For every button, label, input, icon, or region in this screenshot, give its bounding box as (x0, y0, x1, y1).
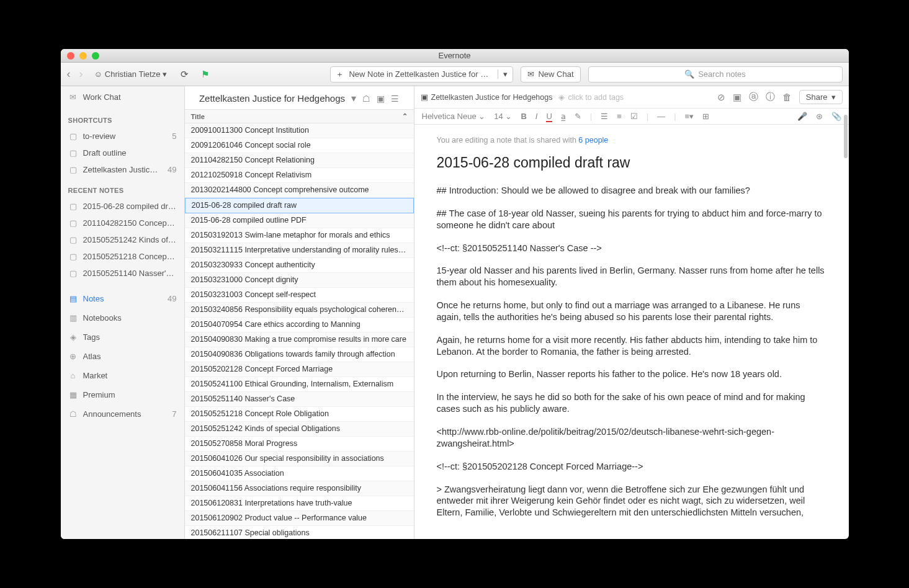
font-selector[interactable]: Helvetica Neue ⌄ (422, 112, 486, 121)
present-icon[interactable]: ▣ (377, 94, 385, 104)
sort-icon: ⌃ (402, 112, 408, 120)
sidebar-shortcut[interactable]: ▢to-review5 (61, 128, 184, 145)
view-options-icon[interactable]: ☰ (391, 94, 399, 104)
camera-icon[interactable]: ⊛ (816, 112, 823, 121)
note-paragraph[interactable]: In the interview, he says he did so both… (437, 391, 826, 415)
sidebar-shortcut[interactable]: ▢Zettelkasten Justice for…49 (61, 161, 184, 178)
note-list-row[interactable]: 2015-06-28 compiled draft raw (185, 198, 414, 213)
search-input[interactable]: 🔍 Search notes (588, 66, 843, 82)
note-list-row[interactable]: 201504090830 Making a true compromise re… (185, 332, 414, 347)
scrollbar[interactable] (844, 115, 848, 158)
note-paragraph[interactable]: Again, he returns home for a visit more … (437, 334, 826, 358)
note-list-row[interactable]: 201504070954 Care ethics according to Ma… (185, 318, 414, 332)
tags-field[interactable]: ◈ click to add tags (558, 92, 624, 102)
note-list-row[interactable]: 201505251140 Nasser's Case (185, 392, 414, 407)
present-icon[interactable]: ▣ (733, 92, 741, 103)
bullet-list-button[interactable]: ☰ (601, 112, 608, 121)
note-list-row[interactable]: 201505251242 Kinds of special Obligation… (185, 422, 414, 437)
note-paragraph[interactable]: Upon returning to Berlin, Nasser reports… (437, 368, 826, 380)
sidebar-nav-market[interactable]: ⌂Market (61, 366, 184, 385)
underline-button[interactable]: U (546, 112, 552, 121)
reminders-icon[interactable]: ☖ (362, 94, 370, 104)
sidebar-nav-atlas[interactable]: ⊕Atlas (61, 347, 184, 366)
note-paragraph[interactable]: <http://www.rbb-online.de/politik/beitra… (437, 426, 826, 450)
sidebar-nav-tags[interactable]: ◈Tags (61, 327, 184, 347)
share-button[interactable]: Share ▾ (799, 90, 843, 104)
note-list-row[interactable]: 201506211107 Special obligations (185, 526, 414, 539)
note-list-row[interactable]: 20130202144800 Concept comprehensive out… (185, 183, 414, 198)
annotate-icon[interactable]: ⓐ (749, 91, 758, 103)
sidebar-shortcut[interactable]: ▢Draft outline (61, 145, 184, 161)
note-list-row[interactable]: 201505251218 Concept Role Obligation (185, 407, 414, 422)
note-list-row[interactable]: 201503211115 Interpretative understandin… (185, 243, 414, 258)
font-size-selector[interactable]: 14 ⌄ (494, 112, 512, 121)
note-list-row[interactable]: 201506120902 Product value -- Performanc… (185, 511, 414, 526)
sidebar-recent-note[interactable]: ▢201505251218 Concept Rol… (61, 248, 184, 265)
new-note-dropdown[interactable]: ▾ (498, 69, 513, 79)
note-paragraph[interactable]: <!--ct: §201505251140 Nasser's Case --> (437, 243, 826, 254)
notebook-title: Zettelkasten Justice for Hedgehogs (199, 93, 345, 104)
sidebar-nav-premium[interactable]: ▦Premium (61, 385, 184, 404)
reminder-icon[interactable]: ⊘ (717, 92, 725, 103)
note-list-row[interactable]: 201503231000 Concept dignity (185, 273, 414, 288)
note-body[interactable]: You are editing a note that is shared wi… (414, 125, 849, 539)
note-list-row[interactable]: 201210250918 Concept Relativism (185, 168, 414, 183)
bold-button[interactable]: B (521, 112, 526, 121)
sync-icon[interactable]: ⟳ (178, 66, 191, 82)
sidebar-nav-notes[interactable]: ▤Notes49 (61, 289, 184, 308)
note-list-row[interactable]: 200912061046 Concept social role (185, 138, 414, 153)
note-list-row[interactable]: 201505202128 Concept Forced Marriage (185, 362, 414, 377)
note-list-row[interactable]: 200910011300 Concept Institution (185, 123, 414, 138)
column-header[interactable]: Title ⌃ (185, 110, 414, 123)
sidebar-recent-note[interactable]: ▢201505251242 Kinds of spe… (61, 231, 184, 248)
note-paragraph[interactable]: ## The case of 18-year old Nasser, suein… (437, 208, 826, 231)
note-list-row[interactable]: 201506041156 Associations require respon… (185, 481, 414, 496)
account-menu[interactable]: ☺ Christian Tietze ▾ (91, 68, 171, 80)
note-list-row[interactable]: 201506041035 Association (185, 466, 414, 481)
info-icon[interactable]: ⓘ (766, 91, 775, 103)
new-chat-button[interactable]: ✉ New Chat (521, 66, 580, 82)
note-list-row[interactable]: 201505241100 Ethical Grounding, Internal… (185, 377, 414, 392)
sidebar-nav-announcements[interactable]: ☖Announcements7 (61, 404, 184, 424)
shared-people-link[interactable]: 6 people (578, 136, 608, 145)
activity-icon[interactable]: ⚑ (199, 66, 212, 82)
checklist-button[interactable]: ☑ (630, 112, 638, 121)
numbered-list-button[interactable]: ≡ (617, 112, 622, 121)
note-paragraph[interactable]: <!--ct: §201505202128 Concept Forced Mar… (437, 461, 826, 473)
highlight-button[interactable]: ✎ (575, 112, 581, 121)
chevron-down-icon[interactable]: ▾ (351, 92, 356, 104)
sidebar-work-chat[interactable]: ✉ Work Chat (61, 86, 184, 108)
align-button[interactable]: ≡▾ (685, 112, 694, 121)
sidebar-nav-notebooks[interactable]: ▥Notebooks (61, 308, 184, 327)
forward-button[interactable]: › (79, 68, 83, 81)
note-list-row[interactable]: 201503192013 Swim-lane metaphor for mora… (185, 228, 414, 243)
note-list-row[interactable]: 2015-06-28 compiled outline PDF (185, 213, 414, 228)
trash-icon[interactable]: 🗑 (782, 92, 792, 102)
note-list-row[interactable]: 201505270858 Moral Progress (185, 437, 414, 452)
note-paragraph[interactable]: > Zwangsverheiratung liegt dann vor, wen… (437, 484, 826, 519)
hr-button[interactable]: — (657, 112, 665, 121)
note-list-row[interactable]: 201503230933 Concept authenticity (185, 258, 414, 273)
note-title[interactable]: 2015-06-28 compiled draft raw (437, 154, 826, 171)
italic-button[interactable]: I (535, 112, 538, 121)
note-paragraph[interactable]: 15-year old Nasser and his parents lived… (437, 265, 826, 288)
note-list-row[interactable]: 201503240856 Responsibility equals psych… (185, 303, 414, 318)
new-note-button[interactable]: ＋ New Note in Zettelkasten Justice for H… (330, 66, 513, 82)
color-button[interactable]: a̲ (561, 112, 566, 121)
note-list-row[interactable]: 201506041026 Our special responsibility … (185, 452, 414, 466)
note-list-row[interactable]: 201503231003 Concept self-respect (185, 288, 414, 303)
sidebar-recent-note[interactable]: ▢201505251140 Nasser's Case (61, 265, 184, 282)
notelist-header: Zettelkasten Justice for Hedgehogs ▾ ☖ ▣… (185, 86, 414, 110)
microphone-icon[interactable]: 🎤 (797, 112, 807, 121)
sidebar-recent-note[interactable]: ▢201104282150 Concept Rel… (61, 215, 184, 231)
note-paragraph[interactable]: Once he returns home, but only to find o… (437, 300, 826, 323)
table-button[interactable]: ⊞ (702, 112, 709, 121)
note-list-row[interactable]: 201504090836 Obligations towards family … (185, 347, 414, 362)
note-paragraph[interactable]: ## Introduction: Should we be allowed to… (437, 185, 826, 197)
attach-icon[interactable]: 📎 (831, 112, 841, 121)
notebook-selector[interactable]: ▣ Zettelkasten Justice for Hedgehogs (421, 92, 553, 102)
note-list-row[interactable]: 201506120831 Interpretations have truth-… (185, 496, 414, 511)
back-button[interactable]: ‹ (67, 68, 71, 81)
sidebar-recent-note[interactable]: ▢2015-06-28 compiled draft raw (61, 198, 184, 215)
note-list-row[interactable]: 201104282150 Concept Relationing (185, 153, 414, 168)
